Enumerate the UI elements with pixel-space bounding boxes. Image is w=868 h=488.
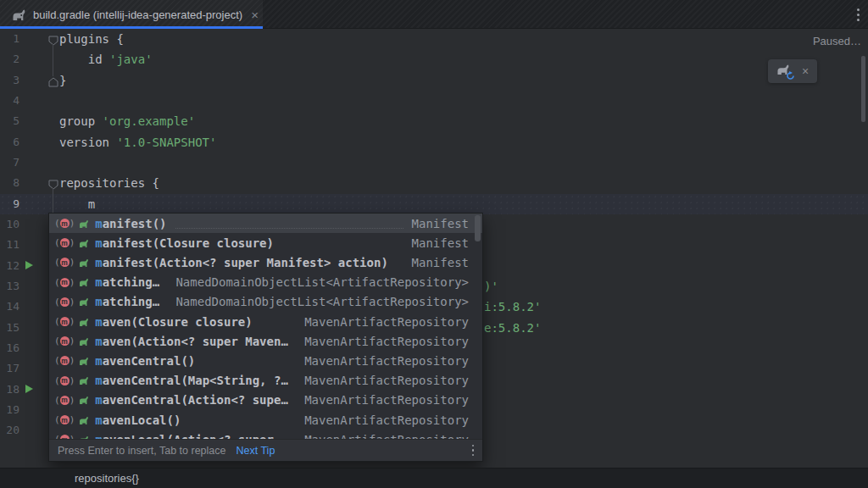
- gradle-icon: [79, 219, 89, 229]
- method-icon-paren: (: [54, 278, 60, 287]
- string-literal: 'org.example': [103, 114, 196, 128]
- fold-region-start-icon[interactable]: [48, 34, 58, 49]
- gradle-icon: [79, 258, 89, 268]
- gradle-icon: [79, 277, 89, 287]
- line-number: 9: [0, 194, 19, 214]
- completion-item-name: manifest(Closure closure): [95, 236, 274, 250]
- completion-item-type: Manifest: [412, 236, 469, 250]
- item-name-rest: avenCentral(): [103, 354, 196, 368]
- tab-build-gradle[interactable]: build.gradle (intellij-idea-generated-pr…: [0, 0, 263, 29]
- method-icon-letter: m: [60, 376, 70, 385]
- completion-item[interactable]: (m)matching…NamedDomainObjectList<Artifa…: [49, 292, 482, 312]
- run-gutter-icon[interactable]: [25, 385, 33, 393]
- method-icon-paren: (: [54, 258, 60, 267]
- gradle-icon: [79, 336, 89, 347]
- method-icon-paren: (: [54, 336, 60, 346]
- completion-item-name: mavenCentral(): [95, 354, 195, 368]
- method-icon-letter: m: [60, 317, 70, 326]
- completion-item[interactable]: (m)manifest(Action<? super Manifest> act…: [49, 252, 482, 272]
- completion-item-name: matching…: [95, 295, 159, 308]
- popup-footer: Press Enter to insert, Tab to replace Ne…: [49, 439, 482, 461]
- method-icon-paren: (: [54, 238, 60, 247]
- completion-item-name: manifest(Action<? super Manifest> action…: [95, 256, 388, 269]
- fold-region-end-icon[interactable]: [48, 75, 58, 91]
- completion-item[interactable]: (m)manifest()Manifest: [49, 214, 482, 233]
- gradle-icon: [79, 395, 89, 405]
- line-number: 15: [0, 318, 19, 338]
- run-gutter-icon[interactable]: [25, 261, 33, 269]
- matched-prefix: m: [95, 413, 102, 427]
- tab-close-icon[interactable]: ×: [251, 8, 259, 21]
- editor-tab-bar: build.gradle (intellij-idea-generated-pr…: [0, 0, 868, 29]
- completion-item-type: MavenArtifactRepository: [304, 393, 469, 407]
- line-number: 14: [0, 297, 19, 317]
- code-fragment: )': [484, 276, 498, 297]
- gradle-icon: [79, 297, 89, 307]
- completion-item[interactable]: (m)mavenCentral()MavenArtifactRepository: [49, 351, 482, 370]
- line-number: 5: [0, 111, 19, 131]
- completion-item-type: Manifest: [412, 217, 469, 230]
- completion-item[interactable]: (m)mavenCentral(Action<? supe…MavenArtif…: [49, 391, 482, 410]
- completion-item[interactable]: (m)maven(Closure closure)MavenArtifactRe…: [49, 312, 482, 331]
- method-icon-paren: ): [70, 317, 75, 326]
- dotted-leader: [175, 218, 403, 229]
- matched-prefix: m: [95, 217, 102, 230]
- code-line: plugins {: [59, 29, 124, 49]
- line-number: 19: [0, 400, 19, 420]
- code-text: version: [59, 136, 116, 149]
- line-number: 16: [0, 338, 19, 358]
- method-icon: (m): [54, 317, 75, 326]
- matched-prefix: m: [95, 236, 102, 250]
- line-number: 17: [0, 358, 19, 379]
- method-icon-letter: m: [60, 297, 70, 307]
- item-name-rest: aven(Closure closure): [103, 315, 253, 329]
- completion-item[interactable]: (m)matching…NamedDomainObjectList<Artifa…: [49, 273, 482, 292]
- kebab-menu-icon[interactable]: [857, 8, 860, 21]
- method-icon-paren: (: [54, 396, 60, 405]
- load-gradle-changes-button[interactable]: [776, 63, 793, 80]
- gradle-icon: [79, 238, 89, 248]
- breadcrumb[interactable]: repositories{}: [75, 472, 139, 485]
- ide-window: build.gradle (intellij-idea-generated-pr…: [0, 0, 868, 488]
- string-literal: '1.0-SNAPSHOT': [116, 136, 216, 149]
- completion-item[interactable]: (m)maven(Action<? super Maven…MavenArtif…: [49, 331, 482, 351]
- code-text: }: [59, 74, 66, 87]
- method-icon: (m): [54, 238, 75, 247]
- item-name-rest: anifest(Closure closure): [103, 236, 274, 250]
- method-icon-paren: ): [70, 415, 75, 424]
- method-icon-paren: ): [70, 356, 75, 365]
- code-text: m: [59, 197, 95, 211]
- next-tip-link[interactable]: Next Tip: [236, 445, 275, 457]
- method-icon-paren: (: [54, 219, 60, 228]
- tab-title: build.gradle (intellij-idea-generated-pr…: [33, 8, 242, 21]
- method-icon-letter: m: [60, 278, 70, 287]
- completion-item-name: maven(Action<? super Maven…: [95, 335, 288, 348]
- method-icon-paren: (: [54, 317, 60, 326]
- gradle-elephant-icon: [12, 8, 26, 21]
- code-text: plugins {: [59, 32, 124, 46]
- paused-status: Paused…: [813, 35, 861, 47]
- item-name-rest: anifest(Action<? super Manifest> action): [103, 256, 388, 269]
- item-name-rest: avenLocal(): [103, 413, 181, 427]
- editor-scrollbar[interactable]: [861, 56, 865, 122]
- method-icon-letter: m: [60, 258, 70, 267]
- completion-item-type: NamedDomainObjectList<ArtifactRepository…: [175, 275, 469, 289]
- method-icon-letter: m: [60, 219, 70, 228]
- method-icon: (m): [54, 415, 75, 424]
- method-icon: (m): [54, 396, 75, 405]
- fold-region-start-icon[interactable]: [48, 178, 58, 193]
- line-number: 12: [0, 256, 19, 276]
- matched-prefix: m: [95, 374, 102, 387]
- gradle-reload-widget[interactable]: ×: [768, 59, 817, 83]
- completion-item[interactable]: (m)mavenCentral(Map<String, ?…MavenArtif…: [49, 371, 482, 391]
- kebab-menu-icon[interactable]: [472, 445, 475, 457]
- method-icon-paren: ): [70, 278, 75, 287]
- completion-item[interactable]: (m)mavenLocal()MavenArtifactRepository: [49, 410, 482, 430]
- completion-item[interactable]: (m)manifest(Closure closure)Manifest: [49, 233, 482, 252]
- code-line: version '1.0-SNAPSHOT': [59, 132, 216, 152]
- close-icon[interactable]: ×: [802, 65, 809, 77]
- matched-prefix: m: [95, 315, 102, 329]
- line-number: 6: [0, 132, 19, 152]
- popup-scrollbar[interactable]: [475, 215, 481, 241]
- fold-guide-line: [53, 44, 53, 76]
